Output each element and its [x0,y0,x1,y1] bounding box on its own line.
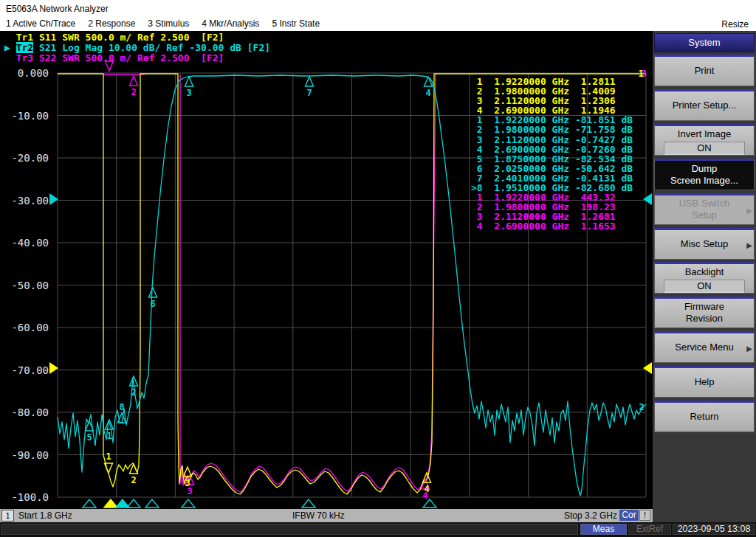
trace-definition-tr3[interactable]: Tr3 S22 SWR 500.0 m/ Ref 2.500 [F2] [4,53,224,63]
extref-status-badge: ExtRef [628,524,671,535]
marker-2-label: 2 [131,87,136,97]
softkey-firmware-revision[interactable]: FirmwareRevision [654,297,755,328]
submenu-arrow-icon: ▶ [746,207,752,215]
instrument-status-bar: Meas ExtRef 2023-09-05 13:08 [0,522,756,537]
trace-format-text: S21 Log Mag 10.00 dB/ Ref -30.00 dB [F2] [33,42,270,53]
softkey-label: Help [655,376,754,388]
submenu-arrow-icon: ▶ [746,241,752,249]
menu-bar: 1 Active Ch/Trace2 Response3 Stimulus4 M… [6,18,332,31]
y-axis-tick-label: -10.00 [11,110,49,122]
y-axis-tick-label: -20.00 [11,152,49,164]
softkey-panel: System PrintPrinter Setup...Invert Image… [653,31,756,522]
softkey-misc-setup[interactable]: Misc Setup▶ [654,228,755,260]
ifbw-label: IFBW 70 kHz [292,510,345,521]
softkey-return[interactable]: Return [654,401,755,432]
marker-2-label: 2 [131,475,136,485]
softkey-state-value: ON [664,142,745,155]
datetime-display: 2023-09-05 13:08 [673,524,755,535]
menu-item-4[interactable]: 4 Mkr/Analysis [202,18,259,29]
y-axis-tick-label: -50.00 [11,280,49,291]
marker-4-glyph-icon [425,77,433,86]
trace-format-text: S22 SWR 500.0 m/ Ref 2.500 [F2] [33,52,224,63]
warning-indicator: ! [639,510,650,521]
marker-3-label: 3 [185,478,190,488]
softkey-label: Setup [655,209,754,221]
softkey-label: Printer Setup... [655,100,754,111]
marker-table-row: 6 2.0250000 GHz -50.642 dB [471,164,633,173]
softkey-dump-screen-image[interactable]: DumpScreen Image... [654,159,755,190]
softkey-label: Screen Image... [655,175,754,187]
marker-7-label: 7 [306,88,312,98]
reference-level-arrow-icon [643,362,652,374]
status-message-area [1,524,578,535]
channel-status-bar: 1 Start 1.8 GHz IFBW 70 kHz Stop 3.2 GHz… [0,509,653,522]
y-axis-tick-label: -100.0 [11,491,49,503]
softkey-label: Dump [655,163,754,175]
marker-4-label: 4 [424,484,429,494]
marker-3-label: 3 [186,88,191,98]
marker-1-label: 1 [106,451,111,462]
trace-edge-number-label: 1 [638,69,643,79]
menu-item-1[interactable]: 1 Active Ch/Trace [6,18,75,29]
marker-stimulus-triangle-icon [302,499,315,507]
trace-prefix [4,52,16,63]
softkey-service-menu[interactable]: Service Menu▶ [654,331,755,363]
start-frequency-label: Start 1.8 GHz [18,510,72,521]
marker-6-glyph-icon [149,288,157,297]
softkey-print[interactable]: Print [654,55,755,86]
marker-5-label: 5 [86,432,92,443]
window-title: E5063A Network Analyzer [6,4,109,14]
trace-definition-tr1[interactable]: Tr1 S11 SWR 500.0 m/ Ref 2.500 [F2] [4,32,224,43]
marker-6-label: 6 [150,299,155,309]
menu-item-5[interactable]: 5 Instr State [272,18,320,29]
softkey-label: Service Menu [655,342,754,353]
resize-button[interactable]: Resize [721,19,749,30]
marker-8-label: 8 [119,402,124,412]
softkey-label: Return [655,411,754,423]
y-axis-tick-label: -60.00 [11,322,49,333]
marker-table-row: 2 1.9800000 GHz -71.758 dB [471,125,633,134]
marker-stimulus-triangle-icon [127,499,140,507]
reference-level-arrow-icon [49,193,58,205]
softkey-label: Misc Setup [655,238,754,250]
softkey-label: USB Switch [655,198,754,209]
softkey-help[interactable]: Help [654,366,755,398]
window-titlebar: E5063A Network Analyzer [0,0,756,18]
marker-4-label: 4 [425,88,430,98]
marker-stimulus-triangle-icon [104,499,117,507]
marker-table: 1 1.9220000 GHz 1.2811 2 1.9800000 GHz 1… [471,77,633,232]
marker-table-row: 3 2.1120000 GHz -0.7427 dB [471,135,633,145]
y-axis-tick-label: -30.00 [11,195,49,207]
trace-format-text: S11 SWR 500.0 m/ Ref 2.500 [F2] [33,32,224,43]
trace-definition-tr2[interactable]: ▶ Tr2 S21 Log Mag 10.00 dB/ Ref -30.00 d… [4,43,270,53]
softkey-label: Firmware [655,301,754,313]
instrument-screen: 0.000-10.00-20.00-30.00-40.00-50.00-60.0… [0,31,653,509]
marker-1-label: 1 [106,431,111,441]
menu-item-2[interactable]: 2 Response [88,18,135,29]
y-axis-tick-label: -80.00 [11,406,49,418]
softkey-printer-setup[interactable]: Printer Setup... [654,89,755,121]
marker-stimulus-triangle-icon [182,499,195,507]
y-axis-tick-label: -70.00 [11,364,49,376]
marker-table-row: 4 2.6900000 GHz -0.7260 dB [471,145,633,154]
submenu-arrow-icon: ▶ [746,344,752,353]
marker-stimulus-triangle-icon [83,499,96,507]
softkey-state-value: ON [664,280,745,293]
marker-stimulus-triangle-icon [145,499,159,507]
trace-prefix [4,32,16,43]
trace-tr3-s22-swr [180,75,436,492]
reference-level-arrow-icon [49,362,58,374]
marker-table-row: 4 2.6900000 GHz 1.1653 [471,221,633,231]
softkey-label: Print [655,65,754,77]
softkey-backlight[interactable]: BacklightON [654,262,755,294]
softkey-label: Revision [655,313,754,325]
softkey-menu-title: System [654,33,755,52]
marker-table-row: 5 1.8750000 GHz -82.534 dB [471,154,633,164]
menu-item-3[interactable]: 3 Stimulus [148,18,189,29]
softkey-usb-switch-setup[interactable]: USB SwitchSetup▶ [654,193,755,225]
trace-edge-number-label: 2 [639,402,644,412]
marker-3-glyph-icon [185,77,193,86]
softkey-invert-image[interactable]: Invert ImageON [654,124,755,156]
active-trace-arrow-icon: ▶ [4,42,16,53]
trace-name-tr2: Tr2 [16,42,33,53]
